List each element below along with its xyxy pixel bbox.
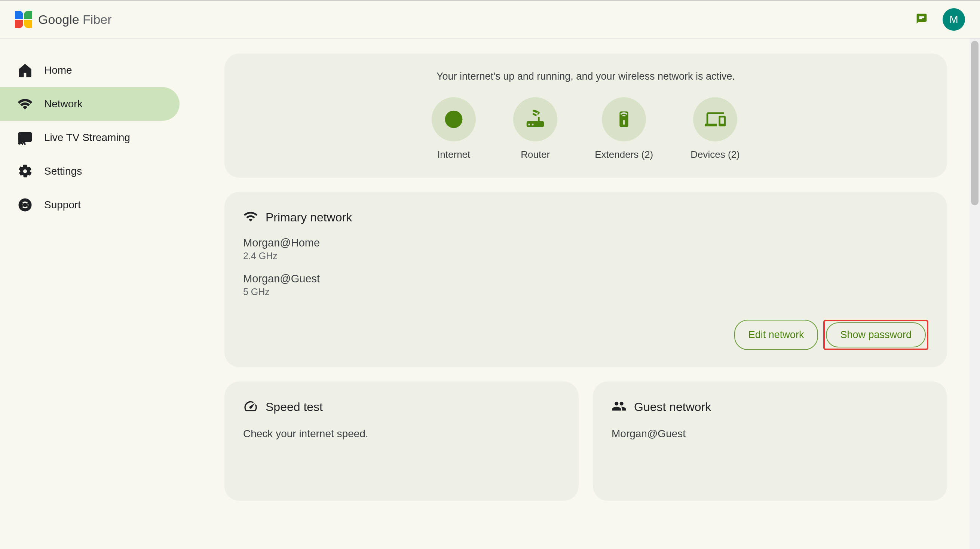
network-name: Morgan@Guest [243, 273, 928, 285]
sidebar: Home Network Live TV Streaming Settings [0, 38, 187, 549]
fiber-logo-icon [15, 11, 32, 28]
section-title: Primary network [266, 210, 352, 224]
svg-point-1 [19, 143, 20, 144]
show-password-button[interactable]: Show password [826, 322, 926, 347]
people-icon [612, 399, 627, 415]
speed-test-description: Check your internet speed. [243, 428, 560, 440]
wifi-icon [17, 96, 33, 112]
network-name: Morgan@Home [243, 237, 928, 249]
router-icon [513, 97, 557, 142]
support-icon [17, 197, 33, 213]
speed-test-card: Speed test Check your internet speed. pl… [224, 382, 579, 501]
guest-network-name: Morgan@Guest [612, 428, 928, 440]
sidebar-item-livetv[interactable]: Live TV Streaming [0, 121, 180, 154]
status-internet[interactable]: Internet [432, 97, 476, 161]
globe-icon [432, 97, 476, 142]
network-entry: Morgan@Home 2.4 GHz [243, 237, 928, 261]
brand-google: Google [38, 12, 79, 27]
wifi-icon [243, 209, 258, 226]
status-extenders[interactable]: Extenders (2) [595, 97, 653, 161]
sidebar-item-support[interactable]: Support [0, 188, 180, 222]
status-label: Extenders (2) [595, 149, 653, 161]
network-entry: Morgan@Guest 5 GHz [243, 273, 928, 297]
sidebar-item-label: Settings [44, 165, 82, 177]
brand-fiber: Fiber [83, 12, 111, 27]
guest-network-card: Guest network Morgan@Guest placeholder p… [593, 382, 947, 501]
cast-icon [17, 130, 33, 145]
gear-icon [17, 164, 33, 179]
sidebar-item-home[interactable]: Home [0, 54, 180, 87]
home-icon [17, 62, 33, 78]
sidebar-item-network[interactable]: Network [0, 87, 180, 121]
main-content: Your internet's up and running, and your… [187, 38, 969, 549]
status-message: Your internet's up and running, and your… [243, 71, 928, 82]
brand-text: Google Fiber [38, 12, 112, 27]
primary-network-card: Primary network Morgan@Home 2.4 GHz Morg… [224, 192, 947, 367]
chat-icon[interactable] [916, 13, 928, 26]
speed-icon [243, 399, 258, 415]
edit-network-button[interactable]: Edit network [734, 320, 818, 350]
highlight-annotation: Show password [823, 320, 928, 350]
sidebar-item-settings[interactable]: Settings [0, 154, 180, 188]
status-label: Internet [437, 149, 470, 161]
section-title: Speed test [266, 400, 323, 414]
avatar-initial: M [949, 13, 958, 25]
scrollbar-thumb[interactable] [971, 41, 978, 205]
app-header: Google Fiber M [0, 1, 980, 38]
extender-icon [602, 97, 646, 142]
network-band: 5 GHz [243, 286, 928, 297]
avatar[interactable]: M [943, 8, 965, 31]
network-band: 2.4 GHz [243, 251, 928, 261]
brand[interactable]: Google Fiber [15, 11, 112, 28]
status-label: Router [521, 149, 550, 161]
devices-icon [693, 97, 737, 142]
status-card: Your internet's up and running, and your… [224, 54, 947, 178]
sidebar-item-label: Support [44, 199, 81, 211]
scrollbar[interactable] [969, 38, 980, 549]
sidebar-item-label: Network [44, 98, 83, 110]
sidebar-item-label: Home [44, 64, 72, 76]
status-label: Devices (2) [690, 149, 740, 161]
status-router[interactable]: Router [513, 97, 557, 161]
status-devices[interactable]: Devices (2) [690, 97, 740, 161]
sidebar-item-label: Live TV Streaming [44, 132, 130, 143]
section-title: Guest network [634, 400, 711, 414]
